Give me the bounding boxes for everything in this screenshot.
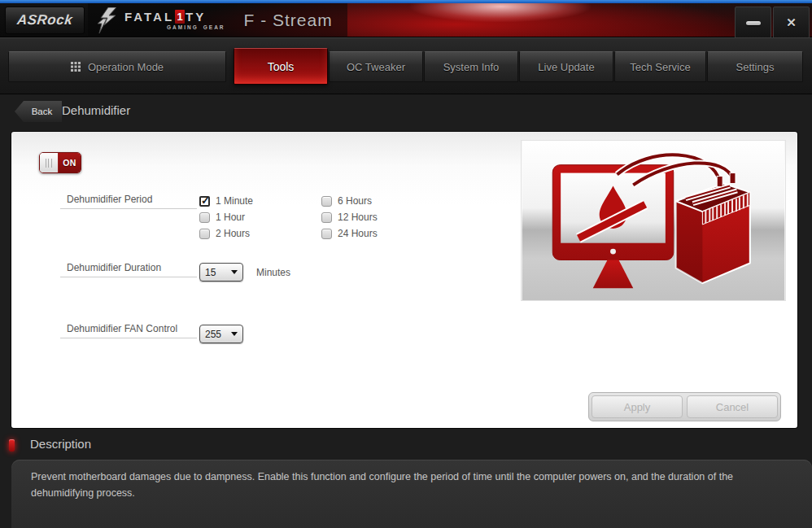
minimize-icon [746,21,761,25]
fan-control-label: Dehumidifier FAN Control [60,323,197,338]
cancel-button[interactable]: Cancel [687,395,778,418]
fatality-pre: FATAL [124,11,174,23]
close-icon: ✕ [786,15,797,30]
period-option-24-hours[interactable]: 24 Hours [321,227,378,240]
checkbox-label: 2 Hours [216,228,250,239]
checkbox-label: 6 Hours [338,195,372,207]
period-option-2-hours[interactable]: 2 Hours [199,227,250,240]
fatality-post: TY [186,11,206,23]
fan-control-dropdown[interactable]: 255 [199,325,243,343]
apply-button[interactable]: Apply [592,395,683,418]
checkbox-icon[interactable] [199,212,210,223]
tab-live-update[interactable]: Live Update [519,51,613,82]
duration-unit: Minutes [256,267,290,278]
description-marker-icon [9,439,15,452]
period-option-6-hours[interactable]: 6 Hours [321,194,372,207]
dehumidifier-panel: ON Dehumidifier Period 1 Minute 1 Hour 2… [11,132,797,428]
tab-label: System Info [443,61,500,73]
tab-tech-service[interactable]: Tech Service [614,51,706,82]
period-option-1-hour[interactable]: 1 Hour [199,211,245,224]
tab-label: OC Tweaker [347,61,405,73]
tab-label: Settings [736,61,775,73]
tab-oc-tweaker[interactable]: OC Tweaker [329,51,423,82]
tab-system-info[interactable]: System Info [424,51,518,82]
tab-label: Tech Service [630,61,690,73]
grip-icon [46,159,52,168]
chevron-down-icon [231,270,238,274]
description-heading: Description [30,437,91,451]
checkbox-label: 1 Minute [216,195,253,207]
app-name: F - Stream [244,11,333,30]
checkbox-icon[interactable] [321,196,332,207]
period-option-1-minute[interactable]: 1 Minute [199,194,253,207]
description-panel: Prevent motherboard damages due to dampn… [11,460,812,528]
fatality-one-badge: 1 [175,10,185,24]
tab-tools[interactable]: Tools [234,48,328,85]
checkbox-icon[interactable] [321,229,332,239]
minimize-button[interactable] [735,7,771,39]
action-button-group: Apply Cancel [588,392,781,421]
checkbox-label: 24 Hours [338,228,378,239]
operation-mode-button[interactable]: Operation Mode [8,51,226,82]
page-title: Dehumidifier [62,103,130,117]
checkbox-icon[interactable] [199,229,210,239]
grid-icon [71,62,81,72]
description-text: Prevent motherboard damages due to dampn… [11,460,763,501]
titlebar: ASRock FATAL 1 TY GAMING GEAR F - Stream… [0,3,812,37]
period-option-12-hours[interactable]: 12 Hours [321,211,378,224]
lightning-icon [96,7,117,33]
fatality-logo: FATAL 1 TY GAMING GEAR F - Stream [88,3,347,37]
tab-label: Tools [268,60,295,73]
fan-control-value: 255 [205,329,221,340]
tab-label: Live Update [538,61,594,73]
operation-mode-label: Operation Mode [88,61,164,73]
checkbox-icon[interactable] [321,212,332,223]
tab-settings[interactable]: Settings [707,51,803,82]
fatality-wordmark: FATAL 1 TY GAMING GEAR [124,10,225,31]
toggle-state-label: ON [59,153,81,172]
duration-value: 15 [205,267,216,278]
asrock-logo-text: ASRock [16,12,73,28]
fatality-sub-gear: GEAR [203,25,225,31]
back-button[interactable]: Back [15,101,62,122]
checkbox-label: 12 Hours [338,212,378,223]
back-button-label: Back [32,107,53,116]
close-button[interactable]: ✕ [773,7,810,39]
fatality-sub-gaming: GAMING [167,25,199,31]
main-navigation: Operation Mode Tools OC Tweaker System I… [0,37,812,94]
toggle-handle[interactable] [40,153,59,172]
chevron-down-icon [231,332,238,336]
checkbox-icon[interactable] [199,196,210,207]
dehumidifier-power-toggle[interactable]: ON [39,152,81,173]
dehumidifier-illustration [521,140,786,301]
duration-label: Dehumidifier Duration [60,262,197,277]
period-label: Dehumidifier Period [60,194,197,209]
duration-dropdown[interactable]: 15 [199,263,243,281]
asrock-logo: ASRock [5,7,85,34]
checkbox-label: 1 Hour [216,212,245,223]
